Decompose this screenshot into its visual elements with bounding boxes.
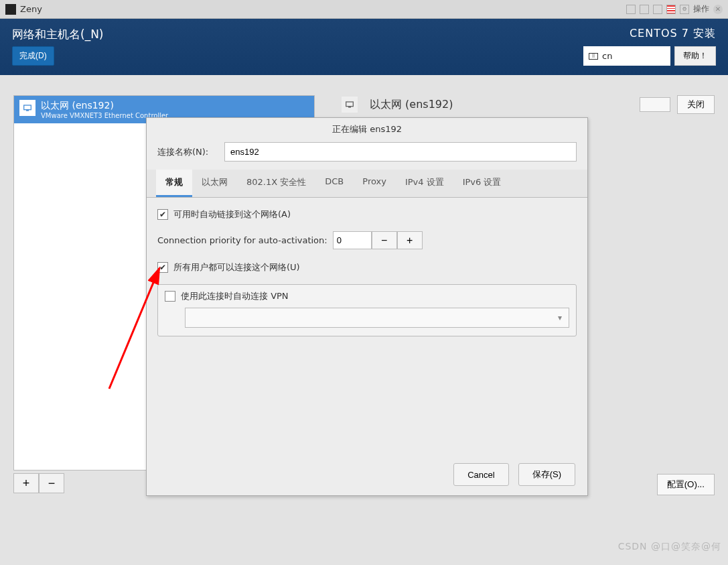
win-min-icon[interactable]	[626, 5, 636, 14]
all-users-label: 所有用户都可以连接这个网络(U)	[173, 261, 300, 273]
remove-network-button[interactable]: −	[39, 473, 64, 493]
priority-label: Connection priority for auto-activation:	[157, 235, 327, 245]
priority-spinner: − +	[333, 231, 423, 249]
ethernet-icon	[19, 100, 35, 116]
priority-minus-button[interactable]: −	[372, 231, 397, 249]
cancel-button[interactable]: Cancel	[453, 463, 508, 486]
save-button[interactable]: 保存(S)	[518, 463, 575, 486]
installer-title: CENTOS 7 安装	[583, 27, 716, 41]
keyboard-lang: cn	[602, 51, 612, 61]
flag-icon	[666, 5, 676, 14]
page-title: 网络和主机名(_N)	[12, 27, 103, 42]
close-icon[interactable]: ✕	[713, 5, 723, 14]
tab-general[interactable]: 常规	[156, 170, 192, 197]
configure-button[interactable]: 配置(O)...	[657, 474, 715, 495]
network-item-title: 以太网 (ens192)	[41, 100, 168, 112]
vpn-label: 使用此连接时自动连接 VPN	[181, 290, 289, 302]
priority-input[interactable]	[333, 231, 372, 249]
add-network-button[interactable]: +	[13, 473, 39, 493]
network-toggle[interactable]	[640, 97, 670, 112]
auto-connect-checkbox[interactable]: ✔	[157, 209, 168, 220]
tab-8021x[interactable]: 802.1X 安全性	[237, 170, 315, 197]
titlebar-right: ⚙ 操作 ✕	[626, 5, 723, 14]
connection-name-label: 连接名称(N):	[157, 146, 224, 158]
tab-ipv6[interactable]: IPv6 设置	[453, 170, 511, 197]
window-title: Zeny	[20, 4, 42, 14]
tab-dcb[interactable]: DCB	[315, 170, 353, 197]
svg-rect-0	[24, 105, 31, 110]
keyboard-icon: ⠿	[589, 53, 598, 60]
dialog-title: 正在编辑 ens192	[147, 118, 587, 141]
gear-icon[interactable]: ⚙	[680, 5, 689, 14]
connection-name-input[interactable]	[224, 142, 577, 162]
app-icon	[5, 4, 16, 15]
win-max-icon[interactable]	[640, 5, 649, 14]
dialog-tabs: 常规 以太网 802.1X 安全性 DCB Proxy IPv4 设置 IPv6…	[147, 170, 587, 198]
priority-plus-button[interactable]: +	[397, 231, 423, 249]
keyboard-selector[interactable]: ⠿ cn	[583, 46, 670, 66]
tab-proxy[interactable]: Proxy	[353, 170, 396, 197]
chevron-down-icon: ▾	[558, 313, 562, 322]
edit-connection-dialog: 正在编辑 ens192 连接名称(N): 常规 以太网 802.1X 安全性 D…	[146, 117, 588, 496]
done-button[interactable]: 完成(D)	[12, 46, 54, 66]
watermark: CSDN @口@笑奈@何	[618, 541, 721, 553]
installer-header: 网络和主机名(_N) 完成(D) CENTOS 7 安装 ⠿ cn 帮助！	[0, 19, 728, 75]
detail-title: 以太网 (ens192)	[370, 98, 453, 112]
auto-connect-label: 可用时自动链接到这个网络(A)	[173, 208, 291, 221]
ethernet-icon	[342, 97, 358, 113]
tab-ethernet[interactable]: 以太网	[192, 170, 237, 197]
ops-label[interactable]: 操作	[693, 5, 709, 14]
close-button[interactable]: 关闭	[677, 95, 715, 114]
tab-ipv4[interactable]: IPv4 设置	[396, 170, 453, 197]
vpn-checkbox[interactable]	[165, 291, 175, 302]
svg-rect-2	[346, 102, 354, 107]
vpn-section: 使用此连接时自动连接 VPN ▾	[157, 284, 577, 336]
svg-rect-3	[348, 107, 351, 108]
win-box-icon[interactable]	[653, 5, 662, 14]
all-users-checkbox[interactable]: ✔	[157, 262, 168, 273]
svg-rect-1	[26, 110, 29, 111]
titlebar: Zeny ⚙ 操作 ✕	[0, 0, 728, 19]
help-button[interactable]: 帮助！	[674, 46, 716, 66]
vpn-select[interactable]: ▾	[185, 308, 569, 328]
